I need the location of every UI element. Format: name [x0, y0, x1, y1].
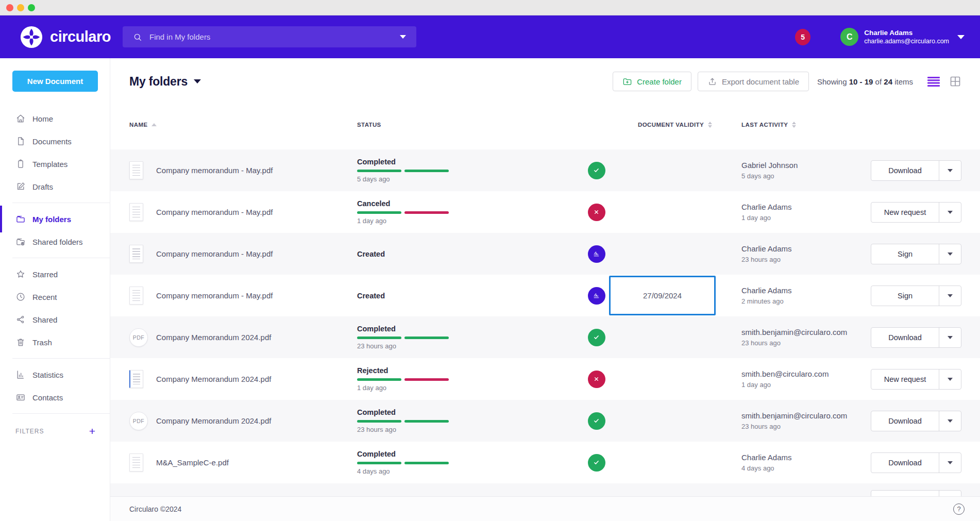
row-action-dropdown[interactable]	[939, 453, 961, 473]
search-bar[interactable]	[123, 26, 416, 47]
row-action-button[interactable]: Download	[871, 411, 939, 431]
document-icon	[129, 245, 149, 263]
filters-label: FILTERS	[15, 428, 44, 435]
document-validity-cell[interactable]	[609, 233, 716, 275]
sidebar-item-label: Recent	[32, 293, 57, 301]
table-row[interactable]: Company memorandum - May.pdf Canceled 1 …	[110, 191, 980, 233]
sidebar-item-contacts[interactable]: Contacts	[0, 386, 110, 409]
document-name: Company Memorandum 2024.pdf	[156, 333, 271, 342]
new-document-button[interactable]: New Document	[12, 71, 98, 92]
status-progress-bar	[357, 170, 449, 172]
sidebar-item-home[interactable]: Home	[0, 107, 110, 130]
status-time: 1 day ago	[357, 217, 386, 225]
row-action-dropdown[interactable]	[939, 161, 961, 180]
column-header-last-activity[interactable]: LAST ACTIVITY	[716, 122, 863, 128]
add-filter-button[interactable]: +	[89, 426, 95, 436]
search-input[interactable]	[149, 32, 400, 41]
row-action-dropdown[interactable]	[939, 286, 961, 306]
grid-view-toggle[interactable]	[949, 75, 961, 88]
document-icon: PDF	[129, 328, 149, 347]
list-view-toggle[interactable]	[927, 76, 940, 87]
sidebar-item-shared[interactable]: Shared	[0, 308, 110, 331]
sidebar-item-recent[interactable]: Recent	[0, 285, 110, 308]
grid-view-icon	[949, 75, 961, 88]
sidebar-divider	[12, 358, 110, 359]
sidebar-item-starred[interactable]: Starred	[0, 263, 110, 285]
row-action-button[interactable]: New request	[871, 203, 939, 222]
sidebar-item-label: Starred	[32, 270, 58, 279]
row-action-dropdown[interactable]	[939, 244, 961, 264]
items-range: 10 - 19	[849, 77, 873, 86]
table-row[interactable]: Company memorandum - May.pdf Completed 5…	[110, 149, 980, 191]
table-row[interactable]: PDF Company Memorandum 2024.pdf Complete…	[110, 400, 980, 442]
window-zoom-icon[interactable]	[28, 4, 35, 11]
folder-dropdown-icon[interactable]	[194, 79, 201, 83]
row-action-dropdown[interactable]	[939, 369, 961, 389]
document-validity-cell[interactable]	[609, 316, 716, 358]
user-menu-chevron-icon[interactable]	[957, 35, 965, 39]
sort-ascending-icon	[151, 123, 157, 126]
search-scope-dropdown-icon[interactable]	[400, 35, 406, 39]
status-badge-icon	[588, 412, 605, 430]
notification-badge[interactable]: 5	[795, 29, 810, 45]
row-action-button[interactable]	[871, 490, 961, 496]
sidebar-divider	[12, 413, 110, 414]
sidebar-item-label: Templates	[32, 160, 67, 169]
document-validity-cell[interactable]	[609, 358, 716, 400]
contacts-icon	[15, 392, 26, 402]
table-row[interactable]: Company Memorandum 2024.pdf Rejected 1 d…	[110, 358, 980, 400]
sidebar: New Document HomeDocumentsTemplatesDraft…	[0, 58, 110, 521]
sidebar-item-trash[interactable]: Trash	[0, 331, 110, 354]
column-header-document-validity[interactable]: DOCUMENT VALIDITY	[609, 122, 716, 128]
row-action-button[interactable]: Download	[871, 328, 939, 347]
user-info[interactable]: Charlie Adams charlie.adams@circularo.co…	[864, 28, 949, 46]
last-activity-user: Charlie Adams	[741, 203, 792, 211]
document-validity-cell[interactable]: 27/09/2024	[609, 275, 716, 316]
status-label: Rejected	[357, 366, 388, 375]
sidebar-item-templates[interactable]: Templates	[0, 153, 110, 175]
trash-icon	[15, 337, 26, 347]
row-action-dropdown[interactable]	[939, 328, 961, 347]
status-progress-bar	[357, 378, 449, 381]
document-validity-cell[interactable]	[609, 149, 716, 191]
user-avatar[interactable]: C	[840, 28, 858, 46]
table-row-partial[interactable]	[110, 483, 980, 496]
document-validity-value[interactable]: 27/09/2024	[609, 276, 716, 315]
create-folder-button[interactable]: Create folder	[613, 72, 691, 91]
circularo-logo-icon	[20, 25, 43, 49]
sidebar-item-label: Drafts	[32, 182, 53, 191]
document-validity-cell[interactable]	[609, 442, 716, 483]
sort-icon	[708, 122, 712, 128]
column-header-status[interactable]: STATUS	[357, 122, 584, 128]
sidebar-item-my-folders[interactable]: My folders	[0, 208, 110, 230]
sidebar-item-statistics[interactable]: Statistics	[0, 363, 110, 386]
row-action-dropdown[interactable]	[939, 411, 961, 431]
row-action-button[interactable]: Download	[871, 161, 939, 180]
row-action-button[interactable]: Sign	[871, 244, 939, 264]
row-action-dropdown[interactable]	[939, 203, 961, 222]
row-action-button[interactable]: Sign	[871, 286, 939, 306]
sidebar-item-drafts[interactable]: Drafts	[0, 175, 110, 198]
table-row[interactable]: Company memorandum - May.pdf Created 27/…	[110, 275, 980, 316]
help-icon[interactable]: ?	[953, 503, 965, 515]
last-activity-time: 23 hours ago	[741, 423, 781, 430]
window-close-icon[interactable]	[6, 4, 13, 11]
column-header-name[interactable]: NAME	[110, 122, 357, 128]
sidebar-item-label: Shared folders	[32, 238, 83, 246]
sidebar-item-shared-folders[interactable]: Shared folders	[0, 230, 110, 253]
status-label: Canceled	[357, 199, 390, 208]
brand-logo[interactable]: circularo	[20, 15, 111, 58]
table-row[interactable]: PDF Company Memorandum 2024.pdf Complete…	[110, 316, 980, 358]
document-validity-cell[interactable]	[609, 191, 716, 233]
document-validity-cell[interactable]	[609, 400, 716, 442]
row-action-button[interactable]: Download	[871, 453, 939, 473]
table-row[interactable]: Company memorandum - May.pdf Created Cha…	[110, 233, 980, 275]
table-row[interactable]: M&A_SampleC-e.pdf Completed 4 days ago C…	[110, 442, 980, 483]
row-action-button[interactable]: New request	[871, 369, 939, 389]
items-total: 24	[884, 77, 892, 86]
window-minimize-icon[interactable]	[17, 4, 24, 11]
app-header: circularo 5 C Charlie Adams charlie.adam…	[0, 15, 980, 58]
export-document-table-button[interactable]: Export document table	[698, 72, 809, 91]
last-activity-user: Gabriel Johnson	[741, 161, 798, 170]
sidebar-item-documents[interactable]: Documents	[0, 130, 110, 153]
